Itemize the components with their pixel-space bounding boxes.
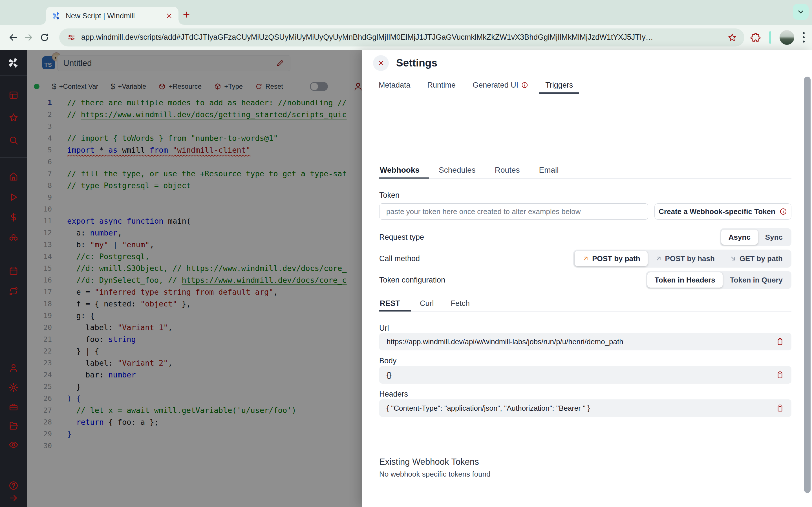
tab-email[interactable]: Email	[529, 162, 568, 178]
audit-icon[interactable]	[8, 440, 18, 450]
runs-icon[interactable]	[8, 192, 18, 202]
copy-icon[interactable]	[776, 337, 784, 346]
tab-triggers[interactable]: Triggers	[537, 76, 581, 94]
favorites-icon[interactable]	[8, 112, 18, 122]
settings-icon[interactable]	[8, 383, 18, 393]
sync-option[interactable]: Sync	[758, 230, 790, 245]
tune-icon[interactable]	[66, 33, 76, 42]
request-type-control: Async Sync	[720, 228, 792, 246]
tab-fetch[interactable]: Fetch	[442, 296, 478, 311]
schedules-icon[interactable]	[8, 266, 18, 276]
address-bar[interactable]: app.windmill.dev/scripts/add#JTdCJTIyaGF…	[59, 29, 744, 47]
headers-field[interactable]: { "Content-Type": "application/json", "A…	[379, 399, 792, 417]
editor-header: TS Untitled	[27, 50, 362, 76]
script-title-input[interactable]: Untitled	[57, 55, 290, 71]
line-number: 24	[27, 369, 52, 381]
browser-tab[interactable]: New Script | Windmill	[46, 7, 179, 25]
body-field[interactable]: {}	[379, 366, 792, 384]
token-input[interactable]: paste your token here once created to al…	[379, 203, 648, 220]
line-number: 25	[27, 381, 52, 393]
bookmark-star-icon[interactable]	[727, 33, 737, 42]
line-number: 22	[27, 345, 52, 357]
help-icon[interactable]	[8, 481, 18, 491]
reload-icon[interactable]	[37, 30, 52, 45]
variables-icon[interactable]	[8, 212, 18, 222]
tab-schedules[interactable]: Schedules	[429, 162, 485, 178]
close-icon[interactable]	[373, 55, 389, 71]
url-text[interactable]: app.windmill.dev/scripts/add#JTdCJTIyaGF…	[81, 33, 724, 42]
dollar-icon: $	[111, 82, 115, 91]
tab-metadata[interactable]: Metadata	[370, 76, 419, 94]
post-by-hash-option[interactable]: POST by hash	[648, 251, 722, 266]
workers-icon[interactable]	[8, 402, 18, 412]
trigger-type-tabs: Webhooks Schedules Routes Email	[379, 162, 792, 179]
line-number: 3	[27, 121, 52, 132]
copy-icon[interactable]	[776, 371, 784, 379]
add-variable-button[interactable]: $+Variable	[111, 82, 146, 91]
tab-webhooks[interactable]: Webhooks	[379, 162, 429, 178]
tab-rest[interactable]: REST	[379, 296, 411, 311]
create-token-button[interactable]: Create a Webhook-specific Token	[654, 203, 792, 220]
line-number: 10	[27, 203, 52, 215]
async-option[interactable]: Async	[721, 230, 758, 245]
arrow-up-right-icon	[655, 255, 662, 262]
settings-tabs: Metadata Runtime Generated UI Triggers	[362, 76, 812, 94]
tab-routes[interactable]: Routes	[485, 162, 529, 178]
tab-search-icon[interactable]	[793, 4, 809, 20]
apps-icon[interactable]	[8, 90, 18, 100]
new-tab-icon[interactable]	[182, 10, 191, 19]
token-in-headers-option[interactable]: Token in Headers	[647, 272, 723, 288]
close-tab-icon[interactable]	[165, 12, 173, 19]
line-number: 1	[27, 97, 52, 109]
line-number: 26	[27, 393, 52, 404]
tab-generated-ui[interactable]: Generated UI	[464, 76, 537, 94]
routes-icon[interactable]	[8, 286, 18, 296]
line-number: 6	[27, 156, 52, 168]
tab-curl[interactable]: Curl	[411, 296, 442, 311]
users-icon[interactable]	[8, 363, 18, 373]
tab-runtime[interactable]: Runtime	[419, 76, 464, 94]
collapse-icon[interactable]	[8, 493, 18, 503]
call-method-label: Call method	[379, 255, 420, 263]
code-line: // type Postgresql = object	[67, 180, 347, 191]
copy-icon[interactable]	[776, 404, 784, 412]
add-context-var-button[interactable]: $+Context Var	[52, 82, 98, 91]
profile-avatar[interactable]	[779, 30, 794, 45]
code-line: }	[67, 428, 347, 440]
code-line: } | {	[67, 345, 347, 357]
code-editor[interactable]: 1234567891011121314151617181920212223242…	[27, 97, 362, 452]
status-dot	[34, 83, 40, 89]
extensions-icon[interactable]	[749, 32, 761, 43]
code-line: //d: DynSelect_foo, // https://www.windm…	[67, 274, 347, 286]
line-number: 5	[27, 144, 52, 156]
assistant-icon[interactable]	[353, 81, 362, 92]
existing-tokens-title: Existing Webhook Tokens	[379, 457, 792, 469]
add-resource-button[interactable]: +Resource	[158, 82, 202, 91]
reset-button[interactable]: Reset	[255, 82, 283, 91]
body-value: {}	[387, 371, 776, 379]
code-line: import * as wmill from "windmill-client"	[67, 144, 347, 156]
home-icon[interactable]	[8, 171, 18, 181]
scrollbar-thumb[interactable]	[804, 76, 811, 493]
resources-icon[interactable]	[8, 233, 18, 243]
body-label: Body	[379, 356, 792, 365]
back-icon[interactable]	[5, 30, 21, 45]
add-type-button[interactable]: +Type	[214, 82, 243, 91]
folders-icon[interactable]	[8, 420, 18, 431]
arrow-down-right-icon	[729, 255, 737, 262]
token-in-query-option[interactable]: Token in Query	[723, 272, 790, 288]
forward-icon[interactable]	[21, 30, 37, 45]
post-by-path-option[interactable]: POST by path	[574, 251, 647, 266]
webhook-url-field[interactable]: https://app.windmill.dev/api/w/windmill-…	[379, 333, 792, 350]
reset-icon	[255, 83, 262, 90]
code-line: //d: wmill.S3Object, // https://www.wind…	[67, 263, 347, 274]
get-by-path-option[interactable]: GET by path	[722, 251, 790, 266]
code-line: label: "Variant 2",	[67, 357, 347, 369]
code-line: // let x = await wmill.getVariable('u/us…	[67, 404, 347, 416]
diff-toggle[interactable]	[310, 82, 328, 91]
menu-icon[interactable]	[803, 32, 805, 43]
edit-title-icon[interactable]	[276, 59, 285, 67]
search-icon[interactable]	[8, 135, 18, 145]
url-label: Url	[379, 324, 792, 332]
windmill-logo[interactable]	[7, 56, 20, 69]
